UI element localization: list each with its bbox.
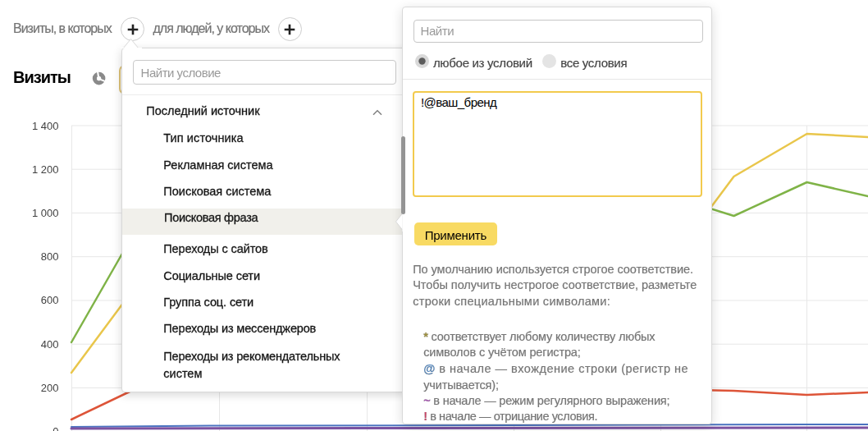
svg-text:600: 600	[41, 294, 59, 306]
svg-text:400: 400	[41, 338, 59, 351]
svg-text:800: 800	[41, 250, 59, 263]
svg-text:200: 200	[41, 382, 59, 394]
svg-text:1 000: 1 000	[32, 207, 59, 219]
svg-text:1 200: 1 200	[32, 163, 59, 176]
svg-text:0: 0	[53, 425, 58, 431]
svg-text:1 400: 1 400	[32, 120, 59, 132]
